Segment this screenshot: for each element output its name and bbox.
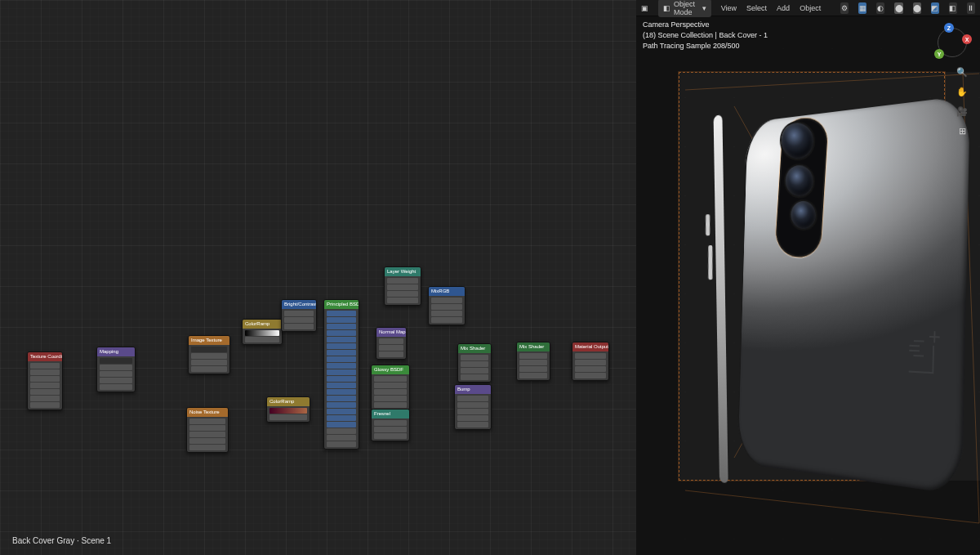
node-header: Mapping bbox=[97, 347, 135, 356]
info-camera: Camera Perspective bbox=[643, 20, 768, 30]
node-header: Normal Map bbox=[376, 328, 406, 337]
node-header: ColorRamp bbox=[243, 320, 282, 329]
oneplus-logo-icon bbox=[904, 340, 938, 379]
shading-render-icon[interactable]: ◩ bbox=[931, 2, 939, 14]
node-bright-contrast[interactable]: Bright/Contrast bbox=[281, 299, 317, 332]
shading-matprev-icon[interactable]: ⬤ bbox=[913, 2, 921, 14]
node-wires bbox=[0, 0, 245, 123]
viewport-nav-buttons: 🔍 ✋ 🎥 ⊞ bbox=[956, 65, 969, 137]
perspective-icon[interactable]: ⊞ bbox=[956, 124, 969, 137]
node-header: Image Texture bbox=[189, 336, 229, 345]
navigation-gizmo[interactable]: X Y Z bbox=[933, 23, 972, 62]
info-samples: Path Tracing Sample 208/500 bbox=[643, 41, 768, 51]
menu-select[interactable]: Select bbox=[746, 4, 767, 12]
node-mixrgb[interactable]: MixRGB bbox=[428, 286, 466, 325]
node-image-texture[interactable]: Image Texture bbox=[188, 335, 230, 374]
passepartout bbox=[636, 72, 679, 481]
node-glossy-bsdf[interactable]: Glossy BSDF bbox=[371, 365, 410, 410]
node-header: Glossy BSDF bbox=[372, 365, 409, 374]
mode-label: Object Mode bbox=[674, 0, 699, 16]
node-header: Mix Shader bbox=[458, 344, 491, 353]
node-colorramp-2[interactable]: ColorRamp bbox=[266, 396, 310, 423]
passepartout bbox=[636, 481, 980, 555]
node-editor-footer: Back Cover Gray · Scene 1 bbox=[12, 536, 111, 545]
node-header: ColorRamp bbox=[267, 397, 310, 406]
node-header: Mix Shader bbox=[517, 342, 550, 351]
node-colorramp-1[interactable]: ColorRamp bbox=[242, 319, 283, 345]
node-fresnel[interactable]: Fresnel bbox=[371, 409, 410, 441]
rendered-phone bbox=[672, 83, 980, 495]
shading-wire-icon[interactable]: ◐ bbox=[876, 2, 884, 14]
node-header: Noise Texture bbox=[187, 408, 228, 417]
node-normal-map[interactable]: Normal Map bbox=[376, 327, 407, 360]
mode-dropdown[interactable]: ◧ Object Mode ▾ bbox=[658, 0, 711, 17]
viewport-3d[interactable]: ▣ ◧ Object Mode ▾ View Select Add Object… bbox=[636, 0, 980, 555]
shading-solid-icon[interactable]: ⬤ bbox=[894, 2, 902, 14]
node-layer-weight[interactable]: Layer Weight bbox=[384, 266, 421, 306]
shading-options-icon[interactable]: ◧ bbox=[949, 2, 957, 14]
node-material-output[interactable]: Material Output bbox=[572, 342, 609, 381]
mode-icon: ◧ bbox=[663, 4, 670, 12]
overlays-toggle-icon[interactable]: ⚙ bbox=[840, 2, 849, 14]
node-principled-bsdf[interactable]: Principled BSDF bbox=[323, 299, 359, 450]
viewport-header: ▣ ◧ Object Mode ▾ View Select Add Object… bbox=[636, 0, 980, 16]
node-header: MixRGB bbox=[429, 287, 465, 296]
viewport-info-overlay: Camera Perspective (18) Scene Collection… bbox=[643, 20, 768, 51]
editor-type-icon[interactable]: ▣ bbox=[641, 4, 648, 12]
axis-x-icon[interactable]: X bbox=[962, 34, 972, 44]
node-header: Layer Weight bbox=[385, 267, 421, 276]
node-noise-texture[interactable]: Noise Texture bbox=[186, 407, 229, 453]
node-header: Texture Coordinate bbox=[28, 352, 62, 361]
node-mix-shader-1[interactable]: Mix Shader bbox=[457, 343, 492, 383]
pause-render-icon[interactable]: ⏸ bbox=[967, 2, 975, 14]
node-texture-coordinate[interactable]: Texture Coordinate bbox=[27, 351, 63, 410]
node-mapping[interactable]: Mapping bbox=[96, 347, 136, 392]
node-header: Principled BSDF bbox=[324, 300, 359, 309]
node-header: Bump bbox=[455, 385, 491, 394]
menu-object[interactable]: Object bbox=[800, 4, 821, 12]
chevron-down-icon: ▾ bbox=[702, 4, 706, 12]
node-header: Material Output bbox=[572, 342, 608, 351]
pan-icon[interactable]: ✋ bbox=[956, 85, 969, 98]
axis-y-icon[interactable]: Y bbox=[934, 49, 944, 59]
shader-node-editor[interactable]: Texture Coordinate Mapping Image Texture… bbox=[0, 0, 636, 555]
node-header: Bright/Contrast bbox=[282, 300, 316, 309]
info-collection: (18) Scene Collection | Back Cover - 1 bbox=[643, 30, 768, 41]
axis-z-icon[interactable]: Z bbox=[944, 23, 954, 33]
camera-view-icon[interactable]: 🎥 bbox=[956, 105, 969, 118]
node-mix-shader-2[interactable]: Mix Shader bbox=[516, 342, 550, 381]
menu-view[interactable]: View bbox=[721, 4, 737, 12]
xray-toggle-icon[interactable]: ▦ bbox=[858, 2, 866, 14]
node-bump[interactable]: Bump bbox=[454, 384, 492, 430]
menu-add[interactable]: Add bbox=[777, 4, 790, 12]
node-header: Fresnel bbox=[372, 410, 409, 418]
zoom-icon[interactable]: 🔍 bbox=[956, 65, 969, 78]
